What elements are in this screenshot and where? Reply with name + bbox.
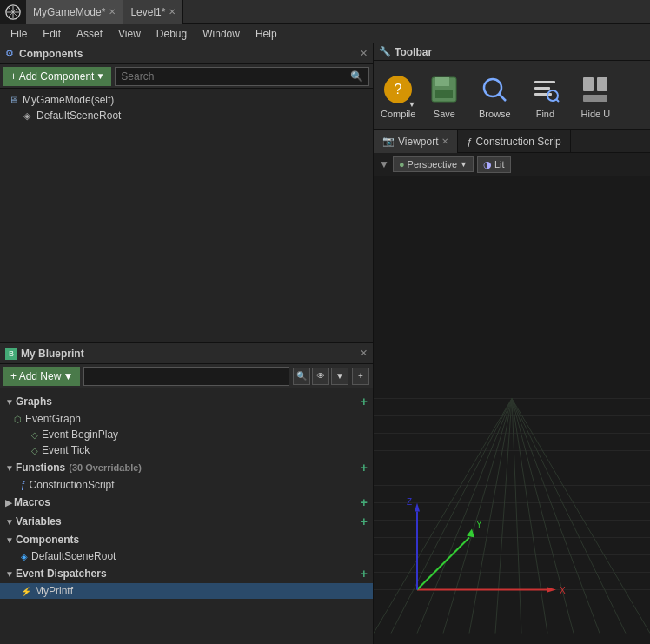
tab-level1-close[interactable]: ✕ (169, 7, 176, 17)
viewport-tab-close[interactable]: ✕ (441, 136, 448, 146)
grid-canvas: X Y Z (374, 153, 650, 644)
functions-section-label: Functions (16, 461, 65, 474)
toolbar-header-icon: 🔧 (379, 46, 391, 57)
components-panel-icon: ⚙ (5, 48, 14, 59)
variables-section-label: Variables (16, 515, 62, 528)
hide-button[interactable]: Hide U (574, 72, 617, 119)
list-item-event-beginplay[interactable]: ◇ Event BeginPlay (0, 427, 373, 442)
viewport: ▼ ● Perspective ▼ ◑ Lit (374, 153, 650, 644)
macros-add-button[interactable]: + (361, 495, 368, 509)
macros-section-header[interactable]: ▶ Macros + (0, 493, 373, 512)
event-tick-icon: ◇ (31, 446, 38, 455)
tree-item-mygamemode[interactable]: 🖥 MyGameMode(self) (0, 92, 373, 108)
browse-button[interactable]: Browse (473, 72, 516, 119)
graphs-section-header[interactable]: ▼ Graphs + (0, 392, 373, 411)
tab-viewport[interactable]: 📷 Viewport ✕ (374, 130, 458, 153)
event-beginplay-label: Event BeginPlay (42, 428, 118, 441)
event-dispatchers-triangle-icon: ▼ (5, 569, 14, 579)
event-beginplay-icon: ◇ (31, 430, 38, 440)
perspective-label: Perspective (408, 159, 457, 169)
components-bp-section-header[interactable]: ▼ Components (0, 531, 373, 548)
menu-help[interactable]: Help (249, 26, 284, 42)
menu-window[interactable]: Window (196, 26, 247, 42)
title-bar: MyGameMode* ✕ Level1* ✕ (0, 0, 650, 24)
blueprint-eye-button[interactable]: 👁 (312, 368, 329, 385)
hide-label: Hide U (581, 109, 611, 119)
monitor-icon: 🖥 (7, 94, 19, 106)
svg-text:Y: Y (476, 520, 482, 529)
menu-file[interactable]: File (3, 26, 34, 42)
svg-rect-8 (534, 81, 555, 83)
list-item-defaultsceneroot-bp[interactable]: ◈ DefaultSceneRoot (0, 548, 373, 564)
blueprint-add-section-button[interactable]: + (352, 368, 369, 385)
menu-bar: File Edit Asset View Debug Window Help (0, 24, 650, 43)
tab-level1-label: Level1* (130, 6, 165, 18)
menu-edit[interactable]: Edit (36, 26, 68, 42)
svg-rect-13 (583, 77, 594, 91)
view-tabs-bar: 📷 Viewport ✕ ƒ Construction Scrip (374, 130, 650, 153)
hide-icon (578, 72, 613, 107)
event-dispatchers-section-header[interactable]: ▼ Event Dispatchers + (0, 564, 373, 583)
blueprint-panel-title: My Blueprint (21, 348, 84, 360)
variables-section-header[interactable]: ▼ Variables + (0, 512, 373, 531)
constructionscript-icon: ƒ (21, 481, 26, 490)
components-search-box[interactable]: 🔍 (115, 67, 369, 86)
list-item-event-tick[interactable]: ◇ Event Tick (0, 442, 373, 458)
blueprint-search-input[interactable] (90, 370, 283, 382)
functions-overridable-label: (30 Overridable) (69, 462, 142, 473)
svg-rect-15 (583, 95, 607, 102)
functions-section-header[interactable]: ▼ Functions (30 Overridable) + (0, 458, 373, 477)
components-search-input[interactable] (121, 70, 350, 83)
svg-line-7 (499, 94, 506, 101)
list-item-constructionscript[interactable]: ƒ ConstructionScript (0, 477, 373, 493)
list-item-eventgraph[interactable]: ⬡ EventGraph (0, 411, 373, 427)
components-panel-close[interactable]: ✕ (360, 48, 368, 59)
constructionscript-label: ConstructionScript (30, 479, 115, 491)
functions-add-button[interactable]: + (361, 461, 368, 475)
find-button[interactable]: Find (523, 72, 567, 119)
tree-item-defaultsceneroot[interactable]: ◈ DefaultSceneRoot (0, 108, 373, 123)
add-component-button[interactable]: + Add Component ▼ (3, 67, 111, 86)
svg-rect-10 (534, 93, 552, 96)
blueprint-search-box[interactable] (83, 367, 289, 386)
tab-construction-script[interactable]: ƒ Construction Scrip (458, 130, 570, 153)
tab-level1[interactable]: Level1* ✕ (123, 0, 183, 24)
viewport-dropdown-icon[interactable]: ▼ (379, 158, 389, 170)
save-button[interactable]: Save (422, 72, 466, 119)
svg-line-12 (556, 99, 559, 102)
perspective-button[interactable]: ● Perspective ▼ (393, 156, 474, 172)
find-label: Find (536, 109, 554, 119)
menu-view[interactable]: View (111, 26, 148, 42)
add-new-label: + Add New (10, 370, 61, 382)
viewport-tab-label: Viewport (398, 136, 438, 148)
graphs-add-button[interactable]: + (361, 395, 368, 408)
list-item-myprintf[interactable]: ⚡ MyPrintf (0, 583, 373, 599)
eventgraph-icon: ⬡ (14, 415, 22, 424)
toolbar-header: 🔧 Toolbar (374, 43, 650, 61)
svg-rect-5 (435, 90, 453, 98)
find-icon (527, 72, 562, 107)
compile-button[interactable]: ? Compile ▼ (381, 72, 415, 119)
add-component-chevron: ▼ (96, 71, 104, 81)
save-icon (427, 72, 461, 107)
blueprint-chevron-button[interactable]: ▼ (331, 368, 348, 385)
blueprint-search-button[interactable]: 🔍 (293, 368, 310, 385)
blueprint-panel-close[interactable]: ✕ (360, 348, 368, 359)
variables-add-button[interactable]: + (361, 515, 368, 528)
event-dispatchers-add-button[interactable]: + (361, 567, 368, 581)
toolbar-header-title: Toolbar (395, 46, 432, 58)
tab-mygamemode[interactable]: MyGameMode* ✕ (26, 0, 123, 24)
components-bp-triangle-icon: ▼ (5, 535, 14, 545)
event-dispatchers-section-label: Event Dispatchers (16, 568, 107, 580)
menu-asset[interactable]: Asset (70, 26, 109, 42)
lit-button[interactable]: ◑ Lit (477, 156, 511, 173)
svg-rect-14 (597, 77, 607, 91)
event-tick-label: Event Tick (42, 444, 90, 456)
add-new-button[interactable]: + Add New ▼ (3, 367, 80, 386)
tab-mygamemode-close[interactable]: ✕ (109, 7, 116, 17)
cube-icon: ◈ (21, 110, 33, 122)
components-search-icon: 🔍 (350, 70, 363, 83)
menu-debug[interactable]: Debug (149, 26, 194, 42)
add-component-label: + Add Component (10, 70, 94, 83)
components-panel: ⚙ Components ✕ + Add Component ▼ 🔍 🖥 MyG… (0, 43, 373, 343)
